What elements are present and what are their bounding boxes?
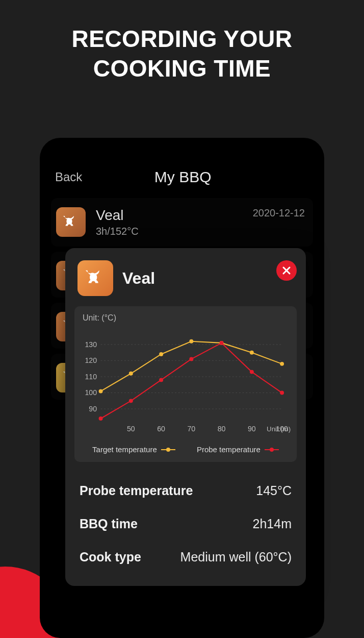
close-icon <box>282 266 291 275</box>
detail-value: 145°C <box>256 483 292 498</box>
svg-text:110: 110 <box>85 373 97 381</box>
panel-header: Veal <box>74 260 297 306</box>
close-button[interactable] <box>276 260 297 281</box>
detail-value: 2h14m <box>253 517 292 531</box>
svg-text:60: 60 <box>157 425 165 433</box>
detail-label: Cook type <box>80 550 141 565</box>
svg-point-26 <box>159 378 163 382</box>
legend-target: Target temperature <box>92 445 175 454</box>
legend-probe: Probe temperature <box>197 445 279 454</box>
chart-card: Unit: (°C) 901001101201305060708090100Un… <box>74 306 297 462</box>
screen-title-line2: COOKING TIME <box>93 55 271 82</box>
screen-title-line1: RECORDING YOUR <box>72 26 293 52</box>
svg-text:130: 130 <box>85 340 97 349</box>
svg-text:90: 90 <box>89 405 97 413</box>
svg-point-24 <box>99 416 103 421</box>
svg-point-23 <box>280 362 284 366</box>
detail-label: BBQ time <box>80 517 138 531</box>
svg-text:Unit:(m): Unit:(m) <box>267 425 291 433</box>
detail-row-probe-temperature: Probe temperature 145°C <box>80 474 292 507</box>
svg-point-25 <box>129 399 133 403</box>
detail-label: Probe temperature <box>80 483 193 498</box>
chart-unit-y: Unit: (°C) <box>83 313 292 323</box>
top-bar: Back My BBQ <box>40 168 324 198</box>
svg-point-20 <box>189 339 193 343</box>
list-item-sub: 3h/152°C <box>96 226 308 237</box>
record-detail-panel: Veal Unit: (°C) 901001101201305060708090… <box>65 248 306 586</box>
legend-target-label: Target temperature <box>92 445 157 454</box>
chart-legend: Target temperature Probe temperature <box>80 441 292 455</box>
legend-target-dot <box>161 449 175 450</box>
panel-thumb <box>77 260 113 296</box>
screen-title: RECORDING YOUR COOKING TIME <box>0 0 364 83</box>
panel-title: Veal <box>122 269 155 288</box>
bull-icon <box>84 266 107 290</box>
details-list: Probe temperature 145°C BBQ time 2h14m C… <box>74 462 297 574</box>
svg-point-28 <box>220 341 224 345</box>
svg-point-27 <box>189 357 193 361</box>
legend-probe-dot <box>265 449 279 450</box>
svg-text:50: 50 <box>127 425 135 433</box>
svg-point-17 <box>99 389 103 393</box>
detail-row-cook-type: Cook type Medium well (60°C) <box>80 541 292 574</box>
svg-point-22 <box>250 351 254 355</box>
svg-point-30 <box>280 391 284 395</box>
svg-point-19 <box>159 352 163 356</box>
svg-point-29 <box>250 370 254 374</box>
svg-text:80: 80 <box>218 425 226 433</box>
temperature-chart: 901001101201305060708090100Unit:(m) <box>80 326 292 441</box>
legend-probe-label: Probe temperature <box>197 445 261 454</box>
list-item[interactable]: Veal 3h/152°C 2020-12-12 <box>51 198 313 247</box>
list-item-date: 2020-12-12 <box>253 207 305 219</box>
bull-icon <box>62 213 80 231</box>
svg-text:100: 100 <box>85 388 97 397</box>
svg-text:120: 120 <box>85 356 97 364</box>
detail-value: Medium well (60°C) <box>180 550 292 565</box>
svg-text:70: 70 <box>187 425 195 433</box>
page-title: My BBQ <box>57 168 309 186</box>
detail-row-bbq-time: BBQ time 2h14m <box>80 507 292 541</box>
svg-text:90: 90 <box>248 425 256 433</box>
meat-thumb <box>56 207 86 237</box>
svg-point-18 <box>129 372 133 376</box>
